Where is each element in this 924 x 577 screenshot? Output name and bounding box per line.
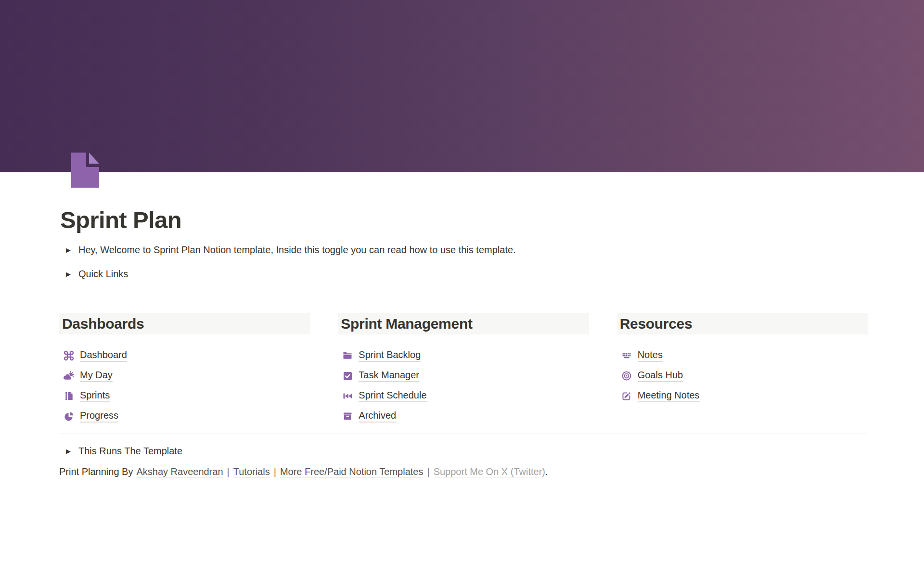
toggle-runs-template[interactable]: ▶ This Runs The Template: [59, 443, 868, 460]
footer-suffix: .: [545, 466, 548, 477]
page-link-row-sprint-schedule[interactable]: Sprint Schedule: [338, 386, 589, 406]
divider: [59, 287, 868, 287]
toggle-welcome[interactable]: ▶ Hey, Welcome to Sprint Plan Notion tem…: [59, 242, 868, 259]
page-link-row-dashboard[interactable]: Dashboard: [59, 346, 310, 366]
page-cover[interactable]: [0, 0, 924, 172]
divider: [617, 341, 868, 341]
column-sprint-management: Sprint Management Sprint Backlog: [338, 313, 589, 426]
divider: [59, 434, 868, 434]
toggle-quick-links-label: Quick Links: [78, 269, 128, 280]
link-more-templates[interactable]: More Free/Paid Notion Templates: [280, 466, 424, 477]
page-link-row-my-day[interactable]: My Day: [59, 366, 310, 386]
link-my-day[interactable]: My Day: [80, 370, 113, 382]
link-sprint-schedule[interactable]: Sprint Schedule: [359, 390, 426, 402]
toggle-arrow-icon[interactable]: ▶: [66, 448, 78, 455]
link-progress[interactable]: Progress: [80, 410, 118, 423]
page-link-row-goals-hub[interactable]: Goals Hub: [617, 366, 868, 386]
rewind-icon: [342, 390, 353, 402]
keyboard-icon: [621, 350, 632, 361]
link-author[interactable]: Akshay Raveendran: [136, 466, 223, 477]
page-link-row-progress[interactable]: Progress: [59, 406, 310, 426]
toggle-runs-template-label: This Runs The Template: [78, 446, 182, 457]
column-header-label: Resources: [620, 316, 693, 332]
link-archived[interactable]: Archived: [359, 410, 396, 423]
toggle-quick-links[interactable]: ▶ Quick Links: [59, 266, 868, 283]
pie-chart-icon: [63, 410, 75, 422]
column-header-label: Dashboards: [62, 316, 144, 332]
column-header-sprint-management: Sprint Management: [338, 313, 589, 334]
link-sprints[interactable]: Sprints: [80, 390, 110, 402]
notepad-zip-icon: [63, 390, 75, 402]
link-notes[interactable]: Notes: [638, 349, 663, 362]
page-title: Sprint Plan: [60, 206, 868, 234]
edit-square-icon: [621, 390, 632, 402]
footer-prefix: Print Planning By: [59, 466, 133, 477]
page-link-row-sprints[interactable]: Sprints: [59, 386, 310, 406]
link-task-manager[interactable]: Task Manager: [359, 370, 419, 382]
page-link-row-notes[interactable]: Notes: [617, 346, 868, 366]
page-icon[interactable]: [66, 151, 104, 189]
page-content: Sprint Plan ▶ Hey, Welcome to Sprint Pla…: [0, 151, 924, 478]
purple-page-icon: [66, 151, 104, 189]
divider: [338, 341, 589, 341]
command-icon: [63, 350, 75, 361]
target-icon: [621, 370, 632, 382]
footer-separator: |: [227, 466, 230, 477]
page-link-row-archived[interactable]: Archived: [338, 406, 589, 426]
column-links: Dashboard: [59, 346, 310, 426]
column-header-resources: Resources: [617, 313, 868, 334]
column-resources: Resources: [617, 313, 868, 426]
link-tutorials[interactable]: Tutorials: [233, 466, 270, 477]
footer-separator: |: [274, 466, 276, 477]
link-support-twitter[interactable]: Support Me On X (Twitter): [434, 466, 545, 477]
link-goals-hub[interactable]: Goals Hub: [638, 370, 683, 382]
divider: [59, 341, 310, 341]
folder-icon: [342, 350, 353, 361]
column-links: Notes Goals Hub: [617, 346, 868, 406]
column-links: Sprint Backlog Task Manager: [338, 346, 589, 426]
columns-section: Dashboards Dashboard: [59, 313, 868, 426]
checked-checkbox-icon: [342, 370, 353, 382]
link-dashboard[interactable]: Dashboard: [80, 349, 127, 362]
toggle-arrow-icon[interactable]: ▶: [66, 246, 78, 254]
column-header-dashboards: Dashboards: [59, 313, 310, 334]
link-meeting-notes[interactable]: Meeting Notes: [638, 390, 700, 402]
column-header-label: Sprint Management: [341, 316, 472, 332]
page-link-row-meeting-notes[interactable]: Meeting Notes: [617, 386, 868, 406]
footer-credits: Print Planning ByAkshay Raveendran|Tutor…: [59, 465, 868, 478]
archive-box-icon: [342, 410, 353, 422]
page-link-row-sprint-backlog[interactable]: Sprint Backlog: [338, 346, 589, 366]
sun-behind-cloud-icon: [63, 370, 75, 382]
footer-separator: |: [427, 466, 429, 477]
link-sprint-backlog[interactable]: Sprint Backlog: [359, 349, 421, 362]
toggle-welcome-label: Hey, Welcome to Sprint Plan Notion templ…: [78, 244, 516, 256]
column-dashboards: Dashboards Dashboard: [59, 313, 310, 426]
toggle-arrow-icon[interactable]: ▶: [66, 270, 78, 278]
page-link-row-task-manager[interactable]: Task Manager: [338, 366, 589, 386]
